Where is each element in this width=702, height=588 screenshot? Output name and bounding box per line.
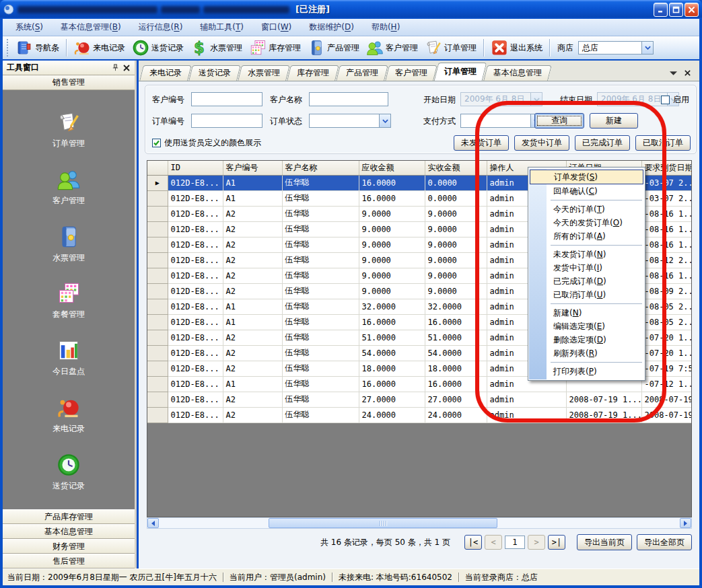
new-button[interactable]: 新建	[590, 113, 638, 128]
menubar-item[interactable]: 基本信息管理(B)	[53, 20, 129, 35]
context-menu-item[interactable]: 已取消订单(U)	[529, 288, 644, 301]
chevron-down-icon[interactable]	[530, 93, 542, 106]
row-selector-cell[interactable]	[147, 392, 168, 407]
context-menu-item[interactable]: 今天的订单(T)	[529, 203, 644, 216]
grid-column-header[interactable]: 客户名称	[282, 161, 359, 175]
query-button[interactable]: 查询	[534, 113, 584, 128]
tab-close-icon[interactable]	[684, 69, 691, 77]
maximize-button[interactable]	[669, 3, 683, 17]
toolbar-button[interactable]: 客户管理	[363, 38, 421, 58]
chevron-down-icon[interactable]	[641, 42, 653, 54]
pin-icon[interactable]	[111, 63, 120, 72]
row-selector-cell[interactable]	[147, 345, 168, 361]
scrollbar-thumb[interactable]	[269, 518, 497, 528]
toolbar-button[interactable]: 导航条	[12, 38, 63, 58]
sidebar-item[interactable]: 来电记录	[52, 396, 85, 435]
color-display-checkbox[interactable]: 使用送货员定义的颜色展示	[152, 135, 261, 150]
context-menu-item[interactable]: 已完成订单(D)	[529, 274, 644, 288]
grid-row[interactable]: 012D-E8...A2伍华聪27.000027.0000admin2008-0…	[147, 392, 692, 407]
toolbar-button[interactable]: 产品管理	[304, 38, 363, 58]
context-menu-item[interactable]: 未发货订单(N)	[529, 248, 644, 261]
toolbar-button[interactable]: 送货记录	[129, 38, 187, 58]
context-menu-item[interactable]: 所有的订单(A)	[529, 229, 644, 243]
row-selector-cell[interactable]	[147, 314, 168, 330]
toolbar-button[interactable]: $水票管理	[187, 38, 246, 58]
context-menu-item[interactable]: 刷新列表(R)	[529, 346, 644, 360]
grid-column-header[interactable]	[147, 161, 168, 175]
minimize-button[interactable]	[654, 3, 668, 17]
grid-column-header[interactable]: 要求到货日期	[641, 161, 692, 175]
sidebar-section-button[interactable]: 财务管理	[3, 539, 135, 554]
tab-item[interactable]: 来电记录	[141, 65, 190, 81]
scroll-right-arrow[interactable]	[680, 518, 691, 528]
sidebar-section-button[interactable]: 基本信息管理	[3, 524, 135, 539]
tab-item[interactable]: 基本信息管理	[485, 65, 550, 81]
status-filter-button[interactable]: 未发货订单	[454, 135, 509, 151]
grid-column-header[interactable]: ID	[168, 161, 223, 175]
order-id-input[interactable]	[191, 114, 262, 128]
toolbar-button[interactable]: 订单管理	[421, 38, 480, 58]
toolbar-button[interactable]: 退出系统	[487, 38, 546, 58]
customer-id-input[interactable]	[191, 92, 262, 106]
row-selector-cell[interactable]	[147, 330, 168, 345]
toolbar-button[interactable]: 库存管理	[246, 38, 304, 58]
menubar-item[interactable]: 系统(S)	[8, 20, 50, 35]
tab-item[interactable]: 产品管理	[338, 65, 386, 81]
status-filter-button[interactable]: 已完成订单	[575, 135, 630, 151]
toolbar-grip[interactable]	[7, 39, 9, 57]
context-menu-item[interactable]: 编辑选定项(E)	[529, 320, 644, 333]
row-selector-cell[interactable]	[147, 221, 168, 237]
enable-checkbox[interactable]: 启用	[661, 92, 689, 107]
tab-list-dropdown-icon[interactable]	[670, 71, 677, 76]
row-selector-cell[interactable]	[147, 237, 168, 252]
shop-dropdown[interactable]: 总店	[578, 41, 654, 54]
row-selector-cell[interactable]: ▶	[147, 175, 168, 190]
menubar-item[interactable]: 数据维护(D)	[302, 20, 361, 35]
scroll-left-arrow[interactable]	[147, 518, 159, 528]
row-selector-cell[interactable]	[147, 376, 168, 392]
context-menu-item[interactable]: 发货中订单(I)	[529, 261, 644, 274]
menubar-item[interactable]: 窗口(W)	[254, 20, 299, 35]
checkbox-box[interactable]	[152, 139, 161, 147]
sidebar-item[interactable]: 客户管理	[52, 168, 85, 207]
sidebar-section-button[interactable]: 售后管理	[3, 554, 135, 568]
status-filter-button[interactable]: 发货中订单	[514, 135, 569, 151]
page-number-input[interactable]: 1	[505, 536, 525, 549]
context-menu-item[interactable]: 订单发货(S)	[530, 170, 643, 184]
context-menu-item[interactable]: 回单确认(C)	[529, 184, 644, 198]
close-icon[interactable]	[122, 64, 131, 72]
sidebar-item[interactable]: 今日盘点	[52, 338, 85, 377]
sidebar-item[interactable]: 订单管理	[52, 110, 85, 149]
checkbox-box[interactable]	[661, 96, 670, 104]
start-date-picker[interactable]: 2009年 6月 8日	[460, 92, 542, 106]
first-page-button[interactable]: |<	[464, 535, 482, 550]
sidebar-item[interactable]: 套餐管理	[52, 281, 85, 320]
grid-column-header[interactable]: 实收金额	[425, 161, 487, 175]
toolbar-button[interactable]: 来电记录	[70, 38, 129, 58]
sidebar-section-header[interactable]: 销售管理	[3, 75, 135, 90]
tab-item[interactable]: 库存管理	[289, 65, 337, 81]
export-all-pages-button[interactable]: 导出全部页	[637, 534, 692, 550]
tab-item[interactable]: 客户管理	[387, 65, 435, 81]
menubar-item[interactable]: 帮助(H)	[364, 20, 407, 35]
row-selector-cell[interactable]	[147, 206, 168, 221]
tab-active[interactable]: 订单管理	[436, 63, 485, 81]
context-menu-item[interactable]: 新建(N)	[529, 306, 644, 320]
customer-name-input[interactable]	[309, 92, 388, 106]
sidebar-item[interactable]: 水票管理	[52, 225, 85, 264]
tab-item[interactable]: 水票管理	[240, 65, 288, 81]
chevron-down-icon[interactable]	[379, 114, 390, 127]
row-selector-cell[interactable]	[147, 190, 168, 206]
row-selector-cell[interactable]	[147, 361, 168, 376]
row-selector-cell[interactable]	[147, 283, 168, 299]
context-menu-item[interactable]: 今天的发货订单(O)	[529, 216, 644, 229]
order-status-select[interactable]	[309, 114, 391, 128]
menubar-item[interactable]: 运行信息(R)	[131, 20, 190, 35]
row-selector-cell[interactable]	[147, 268, 168, 283]
sidebar-section-button[interactable]: 产品库存管理	[3, 509, 135, 524]
row-selector-cell[interactable]	[147, 407, 168, 422]
last-page-button[interactable]: >|	[548, 535, 565, 550]
tab-item[interactable]: 送货记录	[190, 65, 239, 81]
menubar-item[interactable]: 辅助工具(T)	[192, 20, 251, 35]
context-menu-item[interactable]: 打印列表(P)	[529, 365, 644, 378]
